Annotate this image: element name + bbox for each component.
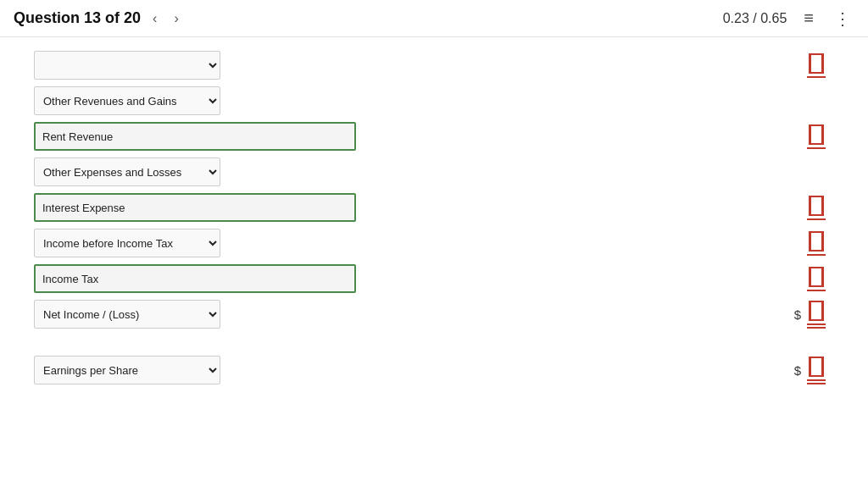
bracket-double-underline xyxy=(807,323,826,329)
row-net-income: Other Revenues and Gains Other Expenses … xyxy=(34,300,834,329)
row-other-revenues: Other Revenues and Gains Other Expenses … xyxy=(34,86,834,115)
bracket-close-icon xyxy=(816,124,824,145)
more-options-button[interactable]: ⋮ xyxy=(831,5,854,32)
other-expenses-select[interactable]: Other Revenues and Gains Other Expenses … xyxy=(34,158,220,186)
row-other-expenses: Other Revenues and Gains Other Expenses … xyxy=(34,158,834,186)
next-button[interactable]: › xyxy=(169,8,183,30)
spacer xyxy=(34,335,834,356)
underline-2 xyxy=(807,383,826,384)
bracket-close-icon xyxy=(816,196,824,216)
prev-button[interactable]: ‹ xyxy=(147,8,162,30)
list-icon-button[interactable]: ≡ xyxy=(800,5,817,31)
underline-1 xyxy=(807,323,826,325)
bracket-close-icon xyxy=(816,231,824,252)
header: Question 13 of 20 ‹ › 0.23 / 0.65 ≡ ⋮ xyxy=(0,0,868,37)
income-tax-bracket-widget xyxy=(807,267,826,291)
other-revenues-select[interactable]: Other Revenues and Gains Other Expenses … xyxy=(34,86,220,115)
bracket-open-icon xyxy=(809,267,816,287)
row-interest-expense xyxy=(34,193,834,222)
bracket-close-icon xyxy=(816,357,824,377)
interest-expense-input[interactable] xyxy=(34,193,356,222)
bracket-open-icon xyxy=(809,357,816,377)
income-tax-input[interactable] xyxy=(34,264,356,293)
rent-bracket-widget xyxy=(807,124,826,149)
dollar-sign: $ xyxy=(794,307,801,322)
earnings-select[interactable]: Other Revenues and Gains Other Expenses … xyxy=(34,356,220,384)
score-display: 0.23 / 0.65 xyxy=(723,11,787,26)
underline-1 xyxy=(807,379,826,381)
interest-bracket-widget xyxy=(807,196,826,220)
bracket-close-icon xyxy=(816,301,824,321)
dollar-sign-earnings: $ xyxy=(794,363,801,378)
row-income-before: Other Revenues and Gains Other Expenses … xyxy=(34,229,834,257)
bracket-open-icon xyxy=(809,53,816,74)
main-content: Other Revenues and Gains Other Expenses … xyxy=(0,37,868,408)
top-bracket-widget xyxy=(807,53,826,78)
row-rent-revenue xyxy=(34,122,834,151)
header-left: Question 13 of 20 ‹ › xyxy=(14,8,184,30)
income-before-bracket-widget xyxy=(807,231,826,256)
net-income-bracket-widget: $ xyxy=(794,301,826,329)
question-counter: Question 13 of 20 xyxy=(14,9,141,27)
row-income-tax xyxy=(34,264,834,293)
bracket-open-icon xyxy=(809,124,816,145)
underline-2 xyxy=(807,327,826,329)
header-right: 0.23 / 0.65 ≡ ⋮ xyxy=(723,5,854,32)
top-dropdown-select[interactable] xyxy=(34,51,220,80)
bracket-underline xyxy=(807,254,826,256)
row-earnings: Other Revenues and Gains Other Expenses … xyxy=(34,356,834,384)
bracket-close-icon xyxy=(816,53,824,74)
bracket-double-underline xyxy=(807,379,826,384)
rent-revenue-input[interactable] xyxy=(34,122,356,151)
bracket-underline xyxy=(807,147,826,149)
earnings-bracket-widget: $ xyxy=(794,357,826,384)
bracket-open-icon xyxy=(809,301,816,321)
income-before-select[interactable]: Other Revenues and Gains Other Expenses … xyxy=(34,229,220,257)
bracket-underline xyxy=(807,218,826,220)
bracket-underline xyxy=(807,76,826,78)
bracket-close-icon xyxy=(816,267,824,287)
bracket-open-icon xyxy=(809,196,816,216)
bracket-underline xyxy=(807,290,826,291)
net-income-select[interactable]: Other Revenues and Gains Other Expenses … xyxy=(34,300,220,329)
row-top-dropdown xyxy=(34,51,834,80)
bracket-open-icon xyxy=(809,231,816,252)
